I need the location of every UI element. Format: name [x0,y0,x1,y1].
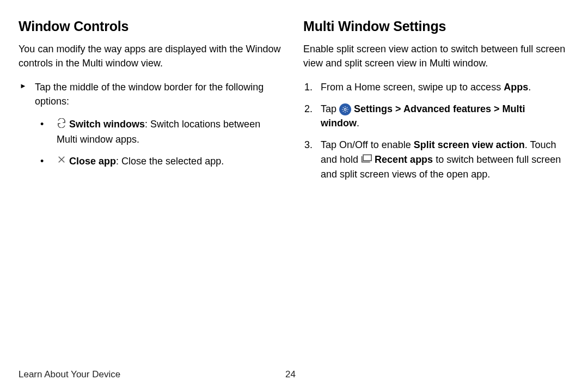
switch-windows-item: Switch windows: Switch locations between… [35,117,281,146]
gt1: > [393,103,403,114]
s2e: . [357,118,359,128]
left-column: Window Controls You can modify the way a… [19,19,281,189]
apps-label: Apps [504,82,528,93]
svg-point-0 [344,108,346,111]
switch-windows-label: Switch windows [69,119,145,130]
s3a: Tap On/Off to enable [321,139,414,150]
intro-left: You can modify the way apps are displaye… [19,42,281,70]
step-2: Tap Settings > Advanced features > Multi… [303,102,566,130]
right-column: Multi Window Settings Enable split scree… [303,19,566,189]
heading-window-controls: Window Controls [19,19,281,34]
gt2: > [491,103,503,114]
close-app-item: Close app: Close the selected app. [35,154,281,169]
split-screen-action-label: Split screen view action [414,139,525,150]
step-1: From a Home screen, swipe up to access A… [303,80,566,94]
step-3: Tap On/Off to enable Split screen view a… [303,138,566,181]
close-app-icon [57,154,66,168]
heading-multi-window-settings: Multi Window Settings [303,19,566,34]
lead-item: Tap the middle of the window border for … [20,80,281,169]
recent-apps-label: Recent apps [375,154,433,165]
lead-text: Tap the middle of the window border for … [35,82,264,107]
recent-apps-icon [361,152,372,167]
intro-right: Enable split screen view action to switc… [303,42,566,70]
svg-rect-1 [363,155,371,161]
s2a: Tap [321,103,339,114]
s1c: . [528,82,531,93]
s1a: From a Home screen, swipe up to access [321,82,504,93]
settings-label: Settings [354,103,393,114]
switch-windows-icon [57,118,66,132]
advanced-features-label: Advanced features [403,103,491,114]
close-app-label: Close app [69,156,116,167]
page-footer: Learn About Your Device 24 [19,369,566,380]
page-number: 24 [285,369,296,380]
settings-gear-icon [339,103,351,115]
footer-section: Learn About Your Device [19,369,120,379]
close-app-desc: : Close the selected app. [116,156,224,167]
